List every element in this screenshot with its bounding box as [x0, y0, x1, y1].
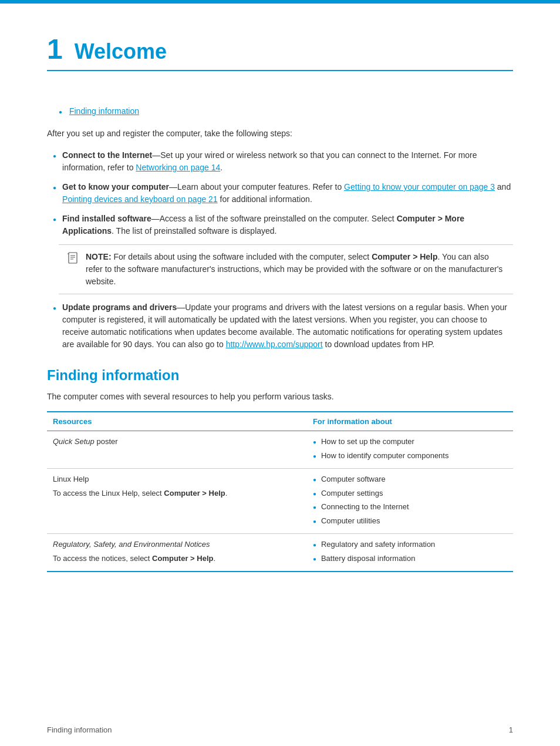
svg-rect-0 [69, 253, 77, 263]
table-row: Regulatory, Safety, and Environmental No… [47, 534, 513, 572]
footer-page-number: 1 [509, 725, 513, 734]
term-get-to-know: Get to know your computer [62, 182, 169, 191]
note-box: NOTE: For details about using the softwa… [59, 244, 513, 294]
table-bullet: Computer software [313, 473, 507, 485]
resource-name-1: Quick Setup [53, 437, 95, 446]
note-label: NOTE: [86, 252, 113, 261]
page-footer: Finding information 1 [47, 725, 513, 734]
note-content: NOTE: For details about using the softwa… [86, 251, 505, 288]
resource-subtext-3: To access the notices, select Computer >… [53, 553, 301, 564]
linux-help-link: Computer > Help [164, 489, 225, 498]
bullet-get-to-know: Get to know your computer—Learn about yo… [53, 181, 513, 206]
intro-paragraph: After you set up and register the comput… [47, 127, 513, 140]
bullet-get-to-know-text: Get to know your computer—Learn about yo… [62, 181, 513, 206]
note-icon [67, 251, 80, 268]
link-hp-support[interactable]: http://www.hp.com/support [226, 340, 323, 349]
table-bullet: How to set up the computer [313, 436, 507, 448]
term-find-software: Find installed software [62, 214, 151, 223]
chapter-header: 1 Welcome [47, 35, 513, 71]
chapter-title: Welcome [75, 39, 167, 64]
bullet-find-software-text: Find installed software—Access a list of… [62, 213, 513, 237]
table-row: Quick Setup poster How to set up the com… [47, 431, 513, 469]
table-bullet: Computer utilities [313, 515, 507, 527]
resource-cell-3: Regulatory, Safety, and Environmental No… [47, 534, 307, 572]
page: 1 Welcome Finding information After you … [0, 0, 560, 746]
table-bullet: Connecting to the Internet [313, 501, 507, 513]
table-bullet: Computer settings [313, 488, 507, 499]
info-cell-2: Computer software Computer settings Conn… [307, 469, 513, 534]
bullet-list: Connect to the Internet—Set up your wire… [53, 149, 513, 237]
toc-list: Finding information [59, 106, 513, 116]
bullet-connect-internet-text: Connect to the Internet—Set up your wire… [62, 149, 513, 174]
link-pointing-devices[interactable]: Pointing devices and keyboard on page 21 [62, 194, 218, 204]
term-connect: Connect to the Internet [62, 150, 152, 160]
note-computer-help: Computer > Help [372, 252, 437, 261]
link-getting-to-know[interactable]: Getting to know your computer on page 3 [344, 182, 495, 191]
notices-link: Computer > Help [152, 554, 213, 563]
info-cell-1: How to set up the computer How to identi… [307, 431, 513, 469]
resource-name-2: Linux Help [53, 473, 301, 485]
toc-item: Finding information [59, 106, 513, 116]
table-row: Linux Help To access the Linux Help, sel… [47, 469, 513, 534]
resources-table: Resources For information about Quick Se… [47, 411, 513, 572]
footer-section-name: Finding information [47, 725, 112, 734]
bullet-find-software: Find installed software—Access a list of… [53, 213, 513, 237]
section-intro: The computer comes with several resource… [47, 391, 513, 403]
term-update-programs: Update programs and drivers [62, 303, 177, 312]
bullet-update-text: Update programs and drivers—Update your … [62, 301, 513, 351]
table-bullet: How to identify computer components [313, 450, 507, 462]
top-bar [0, 0, 560, 4]
bullet-list-2: Update programs and drivers—Update your … [53, 301, 513, 351]
bullet-connect-internet: Connect to the Internet—Set up your wire… [53, 149, 513, 174]
table-header-row: Resources For information about [47, 412, 513, 431]
col-header-for-info: For information about [307, 412, 513, 431]
resource-cell-1: Quick Setup poster [47, 431, 307, 469]
link-networking[interactable]: Networking on page 14 [136, 163, 220, 172]
table-bullet: Regulatory and safety information [313, 539, 507, 550]
col-header-resources: Resources [47, 412, 307, 431]
main-content: Finding information After you set up and… [47, 106, 513, 572]
table-bullet: Battery disposal information [313, 553, 507, 564]
resource-cell-2: Linux Help To access the Linux Help, sel… [47, 469, 307, 534]
bullet-update-programs: Update programs and drivers—Update your … [53, 301, 513, 351]
section-heading-finding-info: Finding information [47, 367, 513, 384]
resource-subtext-2: To access the Linux Help, select Compute… [53, 488, 301, 499]
chapter-number: 1 [47, 35, 63, 63]
note-text: For details about using the software inc… [86, 252, 502, 286]
toc-link-finding-information[interactable]: Finding information [69, 106, 139, 116]
resource-name-3: Regulatory, Safety, and Environmental No… [53, 539, 301, 550]
info-cell-3: Regulatory and safety information Batter… [307, 534, 513, 572]
